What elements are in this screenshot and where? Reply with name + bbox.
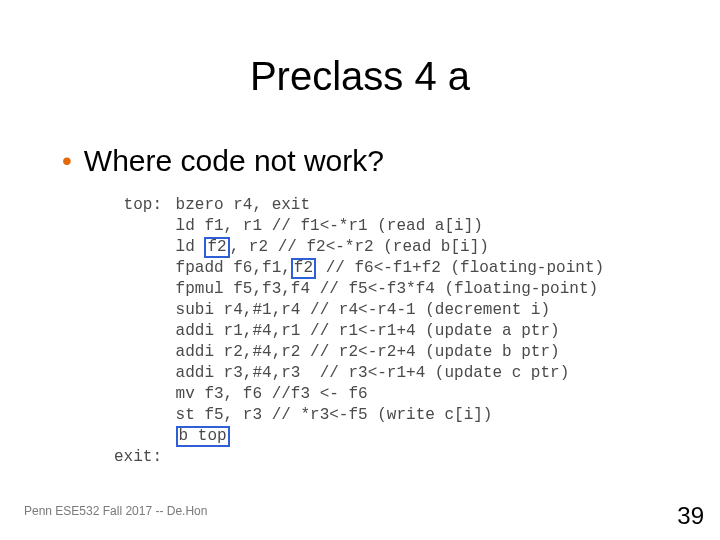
instr-ld-f1: ld f1, r1 // f1<-*r1 (read a[i])	[176, 217, 483, 235]
instr-fpmul: fpmul f5,f3,f4 // f5<-f3*f4 (floating-po…	[176, 280, 598, 298]
instr-st: st f5, r3 // *r3<-f5 (write c[i])	[176, 406, 493, 424]
instr-subi: subi r4,#1,r4 // r4<-r4-1 (decrement i)	[176, 301, 550, 319]
instr-addi-r1: addi r1,#4,r1 // r1<-r1+4 (update a ptr)	[176, 322, 560, 340]
highlight-f2-use: f2	[291, 258, 316, 279]
instr-addi-r3: addi r3,#4,r3 // r3<-r1+4 (update c ptr)	[176, 364, 570, 382]
instr-ld-f2-post: , r2 // f2<-*r2 (read b[i])	[230, 238, 489, 256]
label-exit: exit:	[108, 447, 166, 468]
instr-fpadd-pre: fpadd f6,f1,	[176, 259, 291, 277]
instr-bzero: bzero r4, exit	[176, 196, 310, 214]
bullet-item: • Where code not work?	[62, 144, 384, 178]
highlight-branch: b top	[176, 426, 230, 447]
slide-title: Preclass 4 a	[0, 54, 720, 99]
slide: Preclass 4 a • Where code not work? top:…	[0, 0, 720, 540]
label-top: top:	[108, 195, 166, 216]
instr-mv: mv f3, f6 //f3 <- f6	[176, 385, 368, 403]
code-listing: top: bzero r4, exit ld f1, r1 // f1<-*r1…	[108, 195, 604, 468]
page-number: 39	[677, 502, 704, 530]
instr-ld-f2-pre: ld	[176, 238, 205, 256]
highlight-f2-def: f2	[204, 237, 229, 258]
instr-fpadd-post: // f6<-f1+f2 (floating-point)	[316, 259, 604, 277]
slide-footer: Penn ESE532 Fall 2017 -- De.Hon	[24, 504, 207, 518]
instr-addi-r2: addi r2,#4,r2 // r2<-r2+4 (update b ptr)	[176, 343, 560, 361]
bullet-dot-icon: •	[62, 144, 72, 178]
bullet-text: Where code not work?	[84, 144, 384, 178]
